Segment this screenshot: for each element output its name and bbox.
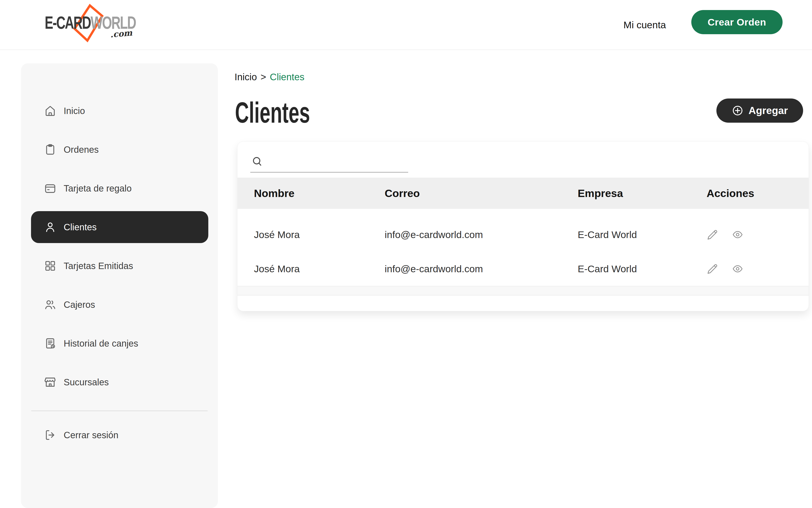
grid-icon — [44, 260, 56, 272]
column-header-correo: Correo — [368, 187, 561, 200]
client-company: E-Card World — [561, 229, 690, 240]
search-input[interactable] — [250, 151, 408, 173]
client-email: info@e-cardworld.com — [368, 263, 561, 274]
column-header-empresa: Empresa — [561, 187, 690, 200]
clipboard-icon — [44, 143, 56, 156]
sidebar-divider — [31, 411, 208, 411]
sidebar-item-cajeros[interactable]: Cajeros — [21, 285, 218, 324]
logout-icon — [44, 429, 56, 441]
table-footer-band — [238, 286, 809, 296]
sidebar-item-label: Cerrar sesión — [64, 430, 118, 440]
sidebar-item-label: Clientes — [64, 222, 97, 232]
breadcrumb-separator: > — [260, 72, 266, 83]
sidebar-item-label: Historial de canjes — [64, 338, 138, 349]
client-email: info@e-cardworld.com — [368, 229, 561, 240]
add-client-button[interactable]: Agregar — [717, 98, 803, 123]
table-search-row — [238, 141, 809, 178]
column-header-nombre: Nombre — [238, 187, 368, 200]
page-title: Clientes — [235, 96, 310, 129]
sidebar-item-label: Inicio — [64, 106, 85, 116]
sidebar-item-clientes[interactable]: Clientes — [31, 211, 208, 243]
row-actions — [690, 263, 809, 275]
breadcrumb-current-link[interactable]: Clientes — [270, 72, 304, 83]
sidebar: Inicio Ordenes Tarjeta de regalo Cliente… — [21, 64, 218, 508]
client-name: José Mora — [238, 263, 368, 274]
edit-pencil-icon[interactable] — [706, 263, 719, 275]
sidebar-item-tarjeta-de-regalo[interactable]: Tarjeta de regalo — [21, 169, 218, 208]
view-eye-icon[interactable] — [732, 263, 743, 275]
sidebar-item-sucursales[interactable]: Sucursales — [21, 363, 218, 401]
sidebar-item-label: Tarjetas Emitidas — [64, 261, 133, 271]
clients-table-card: Nombre Correo Empresa Acciones José Mora… — [237, 141, 809, 311]
table-row: José Mora info@e-cardworld.com E-Card Wo… — [238, 252, 809, 286]
sidebar-item-inicio[interactable]: Inicio — [21, 91, 218, 130]
edit-pencil-icon[interactable] — [706, 229, 719, 241]
sidebar-item-label: Ordenes — [64, 144, 98, 155]
breadcrumb-home-link[interactable]: Inicio — [235, 72, 257, 83]
plus-circle-icon — [732, 104, 743, 117]
sidebar-item-ordenes[interactable]: Ordenes — [21, 130, 218, 169]
client-company: E-Card World — [561, 263, 690, 274]
sidebar-item-tarjetas-emitidas[interactable]: Tarjetas Emitidas — [21, 247, 218, 285]
sidebar-item-label: Tarjeta de regalo — [64, 183, 132, 194]
sidebar-item-historial-de-canjes[interactable]: Historial de canjes — [21, 324, 218, 363]
client-name: José Mora — [238, 229, 368, 240]
sidebar-item-label: Sucursales — [64, 377, 109, 387]
store-icon — [44, 376, 56, 388]
table-body: José Mora info@e-cardworld.com E-Card Wo… — [238, 209, 809, 286]
file-clock-icon — [44, 337, 56, 349]
users-icon — [44, 298, 56, 311]
account-menu[interactable]: Mi cuenta — [623, 0, 666, 50]
row-actions — [690, 229, 809, 241]
view-eye-icon[interactable] — [732, 229, 743, 241]
logo-text-primary: E-CARD — [45, 12, 91, 33]
sidebar-item-logout[interactable]: Cerrar sesión — [21, 416, 218, 455]
home-icon — [44, 104, 56, 117]
table-header-row: Nombre Correo Empresa Acciones — [238, 178, 809, 209]
logo-suffix: .com — [110, 28, 132, 39]
column-header-acciones: Acciones — [690, 187, 809, 200]
breadcrumb: Inicio > Clientes — [235, 72, 304, 83]
user-icon — [44, 221, 56, 233]
table-row: José Mora info@e-cardworld.com E-Card Wo… — [238, 217, 809, 252]
credit-card-icon — [44, 182, 56, 195]
top-bar: E-CARDWORLD .com Mi cuenta Crear Orden — [0, 0, 812, 50]
sidebar-item-label: Cajeros — [64, 300, 95, 310]
create-order-button[interactable]: Crear Orden — [691, 10, 782, 34]
brand-logo[interactable]: E-CARDWORLD .com — [45, 5, 131, 43]
add-client-button-label: Agregar — [748, 104, 788, 117]
